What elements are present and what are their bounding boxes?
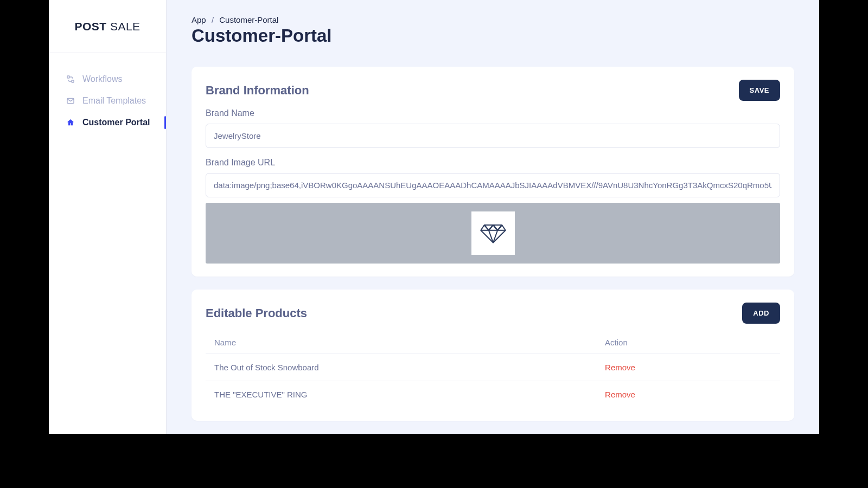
sidebar: POST SALE Workflows [49,0,167,434]
remove-link[interactable]: Remove [605,390,635,399]
logo-area: POST SALE [49,0,166,53]
logo-light: SALE [107,20,141,33]
brand-card-header: Brand Information SAVE [206,80,780,101]
home-icon [65,117,76,128]
sidebar-item-label: Customer Portal [82,118,150,127]
column-header-action: Action [596,331,780,354]
brand-info-card: Brand Information SAVE Brand Name Brand … [192,67,794,277]
editable-products-card: Editable Products ADD Name Action The Ou… [192,290,794,421]
breadcrumb-current: Customer-Portal [219,15,278,24]
product-name-cell: THE "EXECUTIVE" RING [206,381,596,408]
diamond-icon [479,218,507,248]
logo-bold: POST [74,20,106,33]
save-button[interactable]: SAVE [739,80,780,101]
breadcrumb-app[interactable]: App [192,15,206,24]
workflow-icon [65,74,76,85]
nav: Workflows Email Templates Customer Po [49,53,166,133]
svg-rect-1 [72,80,74,82]
logo: POST SALE [74,20,140,33]
brand-name-label: Brand Name [206,108,780,118]
table-row: THE "EXECUTIVE" RING Remove [206,381,780,408]
svg-rect-0 [67,76,69,78]
mail-icon [65,95,76,106]
sidebar-item-email-templates[interactable]: Email Templates [49,90,166,112]
main-content: App / Customer-Portal Customer-Portal Br… [167,0,819,434]
products-card-header: Editable Products ADD [206,303,780,324]
breadcrumb-separator: / [212,15,214,24]
sidebar-item-label: Email Templates [82,96,146,106]
brand-card-title: Brand Information [206,84,309,98]
breadcrumb: App / Customer-Portal [192,15,794,24]
brand-image-preview [206,203,780,264]
table-row: The Out of Stock Snowboard Remove [206,354,780,381]
page-title: Customer-Portal [192,25,794,46]
products-table: Name Action The Out of Stock Snowboard R… [206,331,780,408]
sidebar-item-workflows[interactable]: Workflows [49,68,166,90]
brand-name-input[interactable] [206,124,780,148]
brand-image-preview-inner [471,211,515,255]
add-button[interactable]: ADD [742,303,780,324]
product-name-cell: The Out of Stock Snowboard [206,354,596,381]
column-header-name: Name [206,331,596,354]
sidebar-item-label: Workflows [82,74,123,84]
remove-link[interactable]: Remove [605,363,635,372]
products-card-title: Editable Products [206,306,307,320]
brand-image-url-label: Brand Image URL [206,158,780,168]
brand-image-url-input[interactable] [206,173,780,197]
sidebar-item-customer-portal[interactable]: Customer Portal [49,112,166,133]
